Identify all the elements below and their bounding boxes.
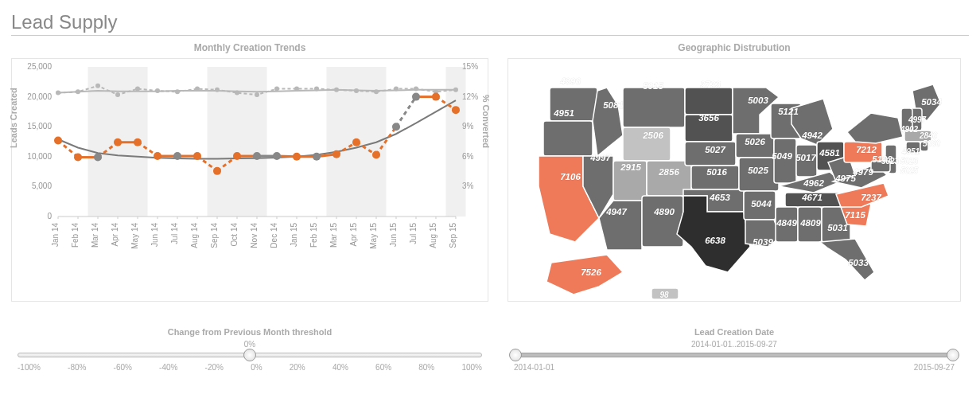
state-label-OH: 4581 xyxy=(819,148,840,158)
svg-text:6%: 6% xyxy=(462,152,474,161)
state-label-AK: 7526 xyxy=(581,267,601,277)
state-label-ID: 5081 xyxy=(603,100,624,110)
svg-text:Sep 15: Sep 15 xyxy=(449,223,457,248)
state-label-ME: 5034 xyxy=(921,97,942,107)
svg-point-68 xyxy=(255,92,259,97)
state-label-CT: 4951 xyxy=(901,147,920,156)
panel-geo: Geographic Distrubution 4896495171064997… xyxy=(508,42,961,372)
state-label-MN: 5003 xyxy=(748,96,768,105)
state-OR[interactable] xyxy=(543,121,593,156)
state-label-CO: 2856 xyxy=(658,167,679,177)
svg-text:May 15: May 15 xyxy=(369,223,378,249)
state-label-DE: 5023 xyxy=(900,157,919,166)
date-range-value-label: 2014-01-01..2015-09-27 xyxy=(691,340,777,349)
svg-text:Dec 14: Dec 14 xyxy=(270,223,278,248)
svg-point-118 xyxy=(432,93,440,101)
threshold-knob[interactable] xyxy=(243,349,256,361)
state-label-AL: 4809 xyxy=(799,218,821,228)
state-NY[interactable] xyxy=(847,113,903,143)
svg-point-100 xyxy=(74,154,82,162)
svg-text:Jun 15: Jun 15 xyxy=(389,223,398,247)
state-label-UT: 2915 xyxy=(620,162,641,172)
state-label-IL: 5049 xyxy=(772,151,792,161)
panel-trends: Monthly Creation Trends Leads Created % … xyxy=(11,42,488,372)
svg-point-105 xyxy=(173,152,181,160)
svg-point-115 xyxy=(372,151,380,159)
state-label-TX: 6638 xyxy=(705,236,725,245)
state-label-PA: 7212 xyxy=(856,145,877,154)
svg-point-60 xyxy=(95,84,100,88)
state-label-NJ: 5025 xyxy=(900,166,919,175)
svg-point-99 xyxy=(54,136,62,144)
plot-area: 05,00010,00015,00020,00025,0003%6%9%12%1… xyxy=(53,64,461,258)
date-range-slider[interactable]: 2014-01-01..2015-09-27 2014-01-01 2015-0… xyxy=(508,340,961,372)
date-range-fill xyxy=(514,353,955,357)
svg-point-114 xyxy=(352,139,360,146)
svg-point-113 xyxy=(332,150,340,158)
state-label-MI: 4942 xyxy=(801,131,822,140)
svg-point-117 xyxy=(412,93,420,101)
threshold-slider[interactable]: 0% -100%-80%-60%-40%-20%0%20%40%60%80%10… xyxy=(11,340,488,372)
state-label-NE: 5027 xyxy=(705,145,725,154)
svg-point-108 xyxy=(233,152,241,160)
state-label-LA: 5039 xyxy=(752,237,773,247)
state-NM[interactable] xyxy=(642,196,683,247)
svg-point-61 xyxy=(115,92,120,97)
threshold-ticks: -100%-80%-60%-40%-20%0%20%40%60%80%100% xyxy=(18,363,482,372)
state-label-AR: 5044 xyxy=(751,199,772,209)
date-range-knob-start[interactable] xyxy=(509,349,522,361)
state-label-WY: 2506 xyxy=(642,131,663,140)
date-range-min: 2014-01-01 xyxy=(514,363,554,372)
state-ND[interactable] xyxy=(685,88,733,115)
svg-text:Jul 15: Jul 15 xyxy=(409,223,418,244)
state-label-CA: 7106 xyxy=(560,172,581,181)
y-axis-label: Leads Created xyxy=(9,88,18,148)
svg-text:Mar 15: Mar 15 xyxy=(329,223,338,248)
chart-trends[interactable]: Leads Created % Converted 05,00010,00015… xyxy=(11,58,488,302)
svg-text:Mar 14: Mar 14 xyxy=(91,223,99,248)
state-label-NH: 4997 xyxy=(908,115,927,124)
svg-point-119 xyxy=(452,106,460,114)
state-IL[interactable] xyxy=(774,139,796,183)
y2-axis-label: % Converted xyxy=(481,95,491,148)
state-label-TN: 4671 xyxy=(801,193,822,202)
svg-text:12%: 12% xyxy=(462,92,478,101)
state-label-ND: 3733 xyxy=(700,80,721,89)
map-geo[interactable]: 4896495171064997508150152506291528564947… xyxy=(508,58,961,302)
state-label-KS: 5016 xyxy=(706,167,727,177)
svg-text:Sep 14: Sep 14 xyxy=(210,223,219,248)
svg-point-102 xyxy=(114,139,122,146)
page-title: Lead Supply xyxy=(11,11,969,36)
svg-point-107 xyxy=(213,167,221,175)
svg-point-109 xyxy=(253,152,261,160)
svg-text:Apr 15: Apr 15 xyxy=(349,223,358,247)
svg-text:Feb 14: Feb 14 xyxy=(71,223,80,248)
svg-text:20,000: 20,000 xyxy=(27,92,52,101)
svg-point-111 xyxy=(293,153,301,161)
svg-point-101 xyxy=(94,154,102,162)
date-range-ticks: 2014-01-01 2015-09-27 xyxy=(514,363,955,372)
chart-title-trends: Monthly Creation Trends xyxy=(11,42,488,53)
state-label-OR: 4951 xyxy=(553,108,574,118)
svg-text:15%: 15% xyxy=(462,62,478,71)
state-label-GA: 5031 xyxy=(827,223,848,232)
svg-text:Oct 14: Oct 14 xyxy=(230,223,239,247)
chart-title-geo: Geographic Distrubution xyxy=(508,42,961,53)
state-label-IA: 5026 xyxy=(745,137,765,146)
state-label-MO: 5025 xyxy=(748,166,768,175)
threshold-slider-section: Change from Previous Month threshold 0% … xyxy=(11,327,488,372)
state-label-SC: 7115 xyxy=(845,210,865,220)
state-label-FL: 5033 xyxy=(848,258,869,267)
threshold-value-label: 0% xyxy=(244,340,255,349)
svg-text:Jul 14: Jul 14 xyxy=(170,223,179,244)
svg-point-112 xyxy=(313,153,321,161)
svg-text:Feb 15: Feb 15 xyxy=(309,223,318,248)
state-label-NV: 4997 xyxy=(589,153,611,162)
state-MT[interactable] xyxy=(623,88,685,127)
date-range-knob-end[interactable] xyxy=(947,349,959,361)
svg-text:May 14: May 14 xyxy=(130,223,139,249)
state-label-WA: 4896 xyxy=(559,76,581,86)
svg-point-110 xyxy=(273,152,281,160)
state-ID[interactable] xyxy=(593,88,623,156)
state-label-MD: 5023 xyxy=(881,157,900,166)
